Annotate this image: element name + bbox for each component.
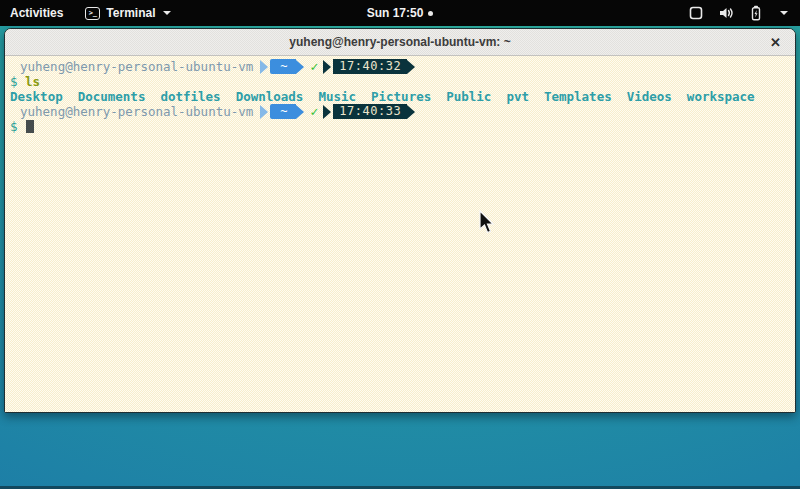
prompt-line: yuheng@henry-personal-ubuntu-vm ~ ✓ 17:4… bbox=[10, 59, 795, 74]
prompt-user: yuheng@henry-personal-ubuntu-vm bbox=[20, 59, 253, 74]
powerline-chevron-icon bbox=[260, 60, 268, 74]
directory-name: Public bbox=[446, 89, 491, 104]
directory-name: Videos bbox=[627, 89, 672, 104]
chevron-down-icon bbox=[780, 11, 788, 15]
time-segment: 17:40:32 bbox=[333, 59, 407, 74]
chevron-down-icon bbox=[163, 11, 171, 15]
system-tray[interactable] bbox=[678, 0, 800, 26]
powerline-segments: ~ ✓ 17:40:33 bbox=[260, 104, 415, 119]
ls-output-line: DesktopDocumentsdotfilesDownloadsMusicPi… bbox=[10, 89, 795, 104]
prompt-line: yuheng@henry-personal-ubuntu-vm ~ ✓ 17:4… bbox=[10, 104, 795, 119]
top-bar-left: Activities >_ Terminal bbox=[0, 0, 181, 26]
window-titlebar[interactable]: yuheng@henry-personal-ubuntu-vm: ~ ✕ bbox=[5, 29, 795, 56]
terminal-content[interactable]: yuheng@henry-personal-ubuntu-vm ~ ✓ 17:4… bbox=[5, 56, 795, 413]
input-line[interactable]: $ bbox=[10, 119, 795, 134]
app-menu-label: Terminal bbox=[106, 6, 155, 20]
status-check-icon: ✓ bbox=[304, 59, 324, 74]
powerline-arrow-icon bbox=[296, 105, 304, 119]
clock-label[interactable]: Sun 17:50 bbox=[367, 6, 424, 20]
window-title: yuheng@henry-personal-ubuntu-vm: ~ bbox=[289, 35, 510, 49]
screen: Activities >_ Terminal Sun 17:50 bbox=[0, 0, 800, 489]
directory-name: Music bbox=[318, 89, 356, 104]
cwd-segment: ~ bbox=[270, 104, 295, 119]
directory-name: Desktop bbox=[10, 89, 63, 104]
prompt-char: $ bbox=[10, 119, 18, 134]
powerline-chevron-icon bbox=[260, 105, 268, 119]
directory-name: Documents bbox=[78, 89, 146, 104]
top-bar: Activities >_ Terminal Sun 17:50 bbox=[0, 0, 800, 26]
terminal-app-icon-glyph: >_ bbox=[89, 10, 97, 17]
directory-name: Pictures bbox=[371, 89, 431, 104]
powerline-chevron-icon bbox=[323, 105, 331, 119]
directory-name: workspace bbox=[687, 89, 755, 104]
directory-name: dotfiles bbox=[160, 89, 220, 104]
terminal-app-icon: >_ bbox=[85, 7, 100, 20]
prompt-user: yuheng@henry-personal-ubuntu-vm bbox=[20, 104, 253, 119]
powerline-arrow-icon bbox=[407, 60, 415, 74]
directory-name: pvt bbox=[506, 89, 529, 104]
directory-name: Templates bbox=[544, 89, 612, 104]
activities-button[interactable]: Activities bbox=[0, 0, 75, 26]
directory-name: Downloads bbox=[236, 89, 304, 104]
battery-charging-icon bbox=[748, 5, 764, 21]
powerline-segments: ~ ✓ 17:40:32 bbox=[260, 59, 415, 74]
powerline-chevron-icon bbox=[323, 60, 331, 74]
screen-icon bbox=[688, 5, 704, 21]
time-segment: 17:40:33 bbox=[333, 104, 407, 119]
close-icon[interactable]: ✕ bbox=[770, 36, 781, 49]
notification-dot-icon bbox=[428, 11, 433, 16]
powerline-arrow-icon bbox=[296, 60, 304, 74]
desktop-background: yuheng@henry-personal-ubuntu-vm: ~ ✕ yuh… bbox=[0, 26, 800, 489]
command-line: $ ls bbox=[10, 74, 795, 89]
status-check-icon: ✓ bbox=[304, 104, 324, 119]
terminal-cursor bbox=[26, 120, 34, 133]
prompt-char: $ bbox=[10, 74, 18, 89]
powerline-arrow-icon bbox=[407, 105, 415, 119]
command-text: ls bbox=[25, 74, 40, 89]
terminal-window: yuheng@henry-personal-ubuntu-vm: ~ ✕ yuh… bbox=[4, 28, 796, 413]
cwd-segment: ~ bbox=[270, 59, 295, 74]
volume-icon bbox=[718, 5, 734, 21]
app-menu[interactable]: >_ Terminal bbox=[75, 0, 181, 26]
